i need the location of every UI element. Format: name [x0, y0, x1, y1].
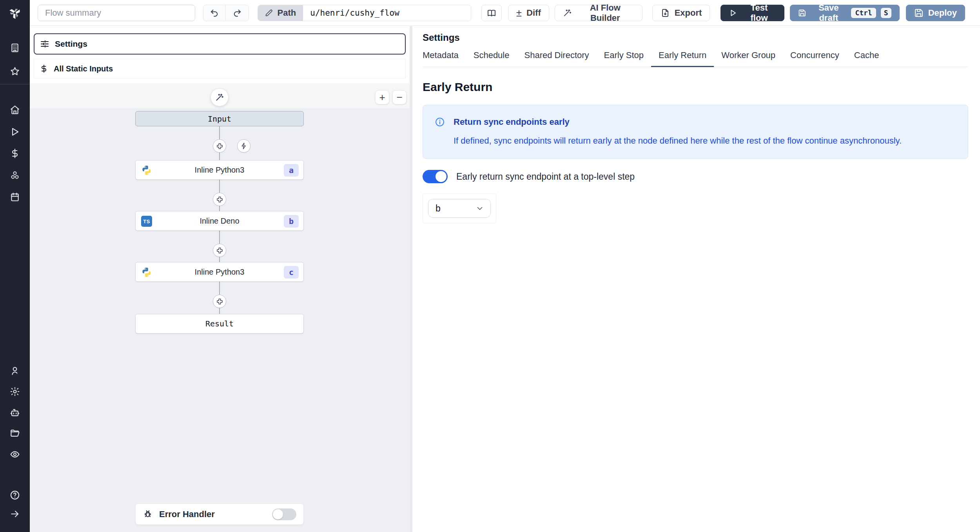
- node-label: Result: [205, 319, 234, 328]
- node-label: Input: [208, 114, 231, 124]
- save-draft-button[interactable]: Save draft Ctrl S: [790, 5, 900, 21]
- sliders-icon: [40, 39, 49, 49]
- help-icon[interactable]: [0, 485, 30, 505]
- redo-button[interactable]: [226, 5, 248, 21]
- plus-glyph: +: [379, 92, 385, 102]
- audit-logs-eye-icon[interactable]: [0, 444, 30, 465]
- settings-panel: Settings Metadata Schedule Shared Direct…: [412, 26, 980, 532]
- path-field: Path: [258, 5, 471, 21]
- insert-step-button[interactable]: [213, 295, 226, 308]
- early-return-info-box: Return sync endpoints early If defined, …: [423, 105, 968, 159]
- selected-step-value: b: [436, 203, 441, 214]
- docs-book-button[interactable]: [481, 5, 502, 21]
- wand-sparkles-icon: [215, 93, 224, 102]
- flow-settings-item[interactable]: Settings: [34, 33, 406, 55]
- favorites-icon[interactable]: [0, 61, 30, 82]
- tab-concurrency[interactable]: Concurrency: [783, 50, 847, 67]
- home-icon[interactable]: [0, 100, 30, 120]
- diff-button[interactable]: ± Diff: [508, 5, 549, 21]
- expand-sidebar-icon[interactable]: [0, 504, 30, 524]
- all-static-inputs-label: All Static Inputs: [54, 64, 113, 73]
- tab-worker-group[interactable]: Worker Group: [714, 50, 783, 67]
- early-return-toggle-row: Early return sync endpoint at a top-leve…: [423, 170, 968, 183]
- insert-step-button[interactable]: [213, 139, 226, 153]
- node-label: Inline Deno: [136, 211, 303, 230]
- early-return-toggle[interactable]: [423, 170, 448, 183]
- python-icon: [141, 165, 152, 176]
- play-icon: [729, 8, 737, 18]
- diff-label: Diff: [526, 8, 541, 18]
- ts-label: TS: [143, 219, 150, 224]
- flow-node-input[interactable]: Input: [135, 111, 304, 126]
- insert-step-button[interactable]: [213, 244, 226, 257]
- all-static-inputs-item[interactable]: All Static Inputs: [34, 59, 406, 78]
- sidebar-divider: [0, 84, 30, 84]
- insert-step-button[interactable]: [213, 193, 226, 206]
- step-select-card: b: [423, 193, 496, 223]
- topbar: Path ± Diff AI Flow Builder Export Test …: [30, 0, 980, 26]
- book-open-icon: [487, 8, 496, 18]
- flow-summary-input[interactable]: [38, 5, 195, 21]
- node-id-badge: c: [284, 266, 299, 279]
- flow-node-result[interactable]: Result: [135, 314, 304, 333]
- deploy-label: Deploy: [928, 8, 957, 18]
- folders-icon[interactable]: [0, 423, 30, 444]
- bug-icon: [143, 509, 153, 519]
- trigger-bolt-button[interactable]: [237, 139, 250, 153]
- flow-panel-header: Settings All Static Inputs: [30, 26, 410, 83]
- python-icon: [141, 267, 152, 278]
- deploy-save-icon: [914, 8, 924, 18]
- workers-bot-icon[interactable]: [0, 403, 30, 423]
- settings-panel-title: Settings: [423, 32, 968, 43]
- error-handler-label: Error Handler: [159, 509, 266, 519]
- zoom-controls: + −: [375, 90, 407, 104]
- tab-cache[interactable]: Cache: [847, 50, 887, 67]
- dollar-icon: [40, 64, 48, 73]
- sidebar: [0, 0, 30, 532]
- zoom-in-button[interactable]: +: [375, 90, 389, 104]
- schedules-icon[interactable]: [0, 187, 30, 207]
- deploy-button[interactable]: Deploy: [906, 5, 965, 21]
- path-input[interactable]: [303, 5, 471, 21]
- export-button[interactable]: Export: [652, 5, 710, 21]
- save-icon: [798, 8, 806, 18]
- flow-node-c[interactable]: Inline Python3 c: [135, 262, 304, 282]
- settings-gear-icon[interactable]: [0, 381, 30, 402]
- ai-flow-builder-label: AI Flow Builder: [576, 3, 634, 23]
- tab-early-stop[interactable]: Early Stop: [597, 50, 652, 67]
- graph-ai-wand-button[interactable]: [211, 88, 229, 106]
- ai-flow-builder-button[interactable]: AI Flow Builder: [555, 5, 642, 21]
- error-handler-card[interactable]: Error Handler: [135, 503, 304, 525]
- flow-editor-app: Path ± Diff AI Flow Builder Export Test …: [0, 0, 980, 532]
- undo-button[interactable]: [203, 5, 226, 21]
- early-return-step-select[interactable]: b: [428, 199, 491, 218]
- pencil-icon: [265, 9, 273, 17]
- error-handler-toggle[interactable]: [272, 508, 296, 520]
- workspace-icon[interactable]: [0, 38, 30, 58]
- flow-node-a[interactable]: Inline Python3 a: [135, 160, 304, 180]
- chevron-down-icon: [475, 204, 484, 213]
- flow-node-b[interactable]: TS Inline Deno b: [135, 211, 304, 231]
- variables-icon[interactable]: [0, 143, 30, 164]
- resources-icon[interactable]: [0, 165, 30, 186]
- tab-metadata[interactable]: Metadata: [423, 50, 466, 67]
- node-label: Inline Python3: [136, 262, 303, 281]
- runs-icon[interactable]: [0, 122, 30, 142]
- tab-early-return[interactable]: Early Return: [651, 50, 714, 67]
- path-prefix[interactable]: Path: [258, 5, 303, 21]
- info-icon: [435, 117, 445, 127]
- test-flow-button[interactable]: Test flow: [720, 5, 784, 21]
- toggle-knob: [273, 509, 283, 519]
- info-title: Return sync endpoints early: [454, 117, 570, 127]
- tab-schedule[interactable]: Schedule: [466, 50, 517, 67]
- user-icon[interactable]: [0, 361, 30, 381]
- flow-panel: Settings All Static Inputs + −: [30, 26, 410, 532]
- early-return-toggle-label: Early return sync endpoint at a top-leve…: [456, 171, 635, 182]
- diff-icon: ±: [516, 8, 522, 18]
- zoom-out-button[interactable]: −: [392, 90, 407, 104]
- tab-shared-directory[interactable]: Shared Directory: [517, 50, 596, 67]
- save-draft-label: Save draft: [811, 3, 846, 23]
- windmill-logo[interactable]: [0, 0, 30, 26]
- kbd-s: S: [881, 8, 891, 18]
- pane-resize-handle[interactable]: [410, 26, 412, 532]
